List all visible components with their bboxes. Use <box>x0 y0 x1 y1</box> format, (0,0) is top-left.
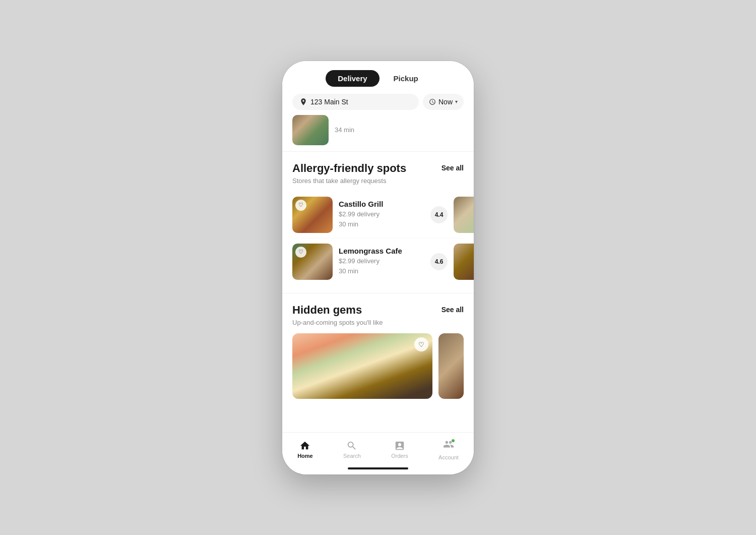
home-icon <box>299 440 310 451</box>
gems-section-subtitle: Up-and-coming spots you'll like <box>292 319 464 326</box>
sushi-image <box>292 115 329 145</box>
lemongrass-right-food-img <box>454 244 474 280</box>
orders-icon <box>394 440 405 451</box>
castillo-right-image <box>454 197 474 233</box>
nav-item-orders[interactable]: Orders <box>383 438 416 461</box>
allergy-section-header: Allergy-friendly spots See all <box>292 162 464 175</box>
castillo-heart-icon[interactable]: ♡ <box>295 200 306 211</box>
location-text: 123 Main St <box>310 98 348 106</box>
bottom-nav: Home Search Orders Account <box>282 432 474 464</box>
lemongrass-info: Lemongrass Cafe $2.99 delivery 30 min <box>339 247 424 277</box>
account-icon-wrap <box>443 439 454 453</box>
nav-item-search[interactable]: Search <box>335 438 369 461</box>
lemongrass-time: 30 min <box>339 266 424 277</box>
nav-label-home: Home <box>297 453 313 459</box>
top-partial-section: 34 min <box>282 115 474 152</box>
time-pill[interactable]: Now ▾ <box>423 94 464 110</box>
location-pin-icon <box>299 98 307 106</box>
restaurant-card-lemongrass[interactable]: ♡ Lemongrass Cafe $2.99 delivery 30 min … <box>292 239 464 285</box>
restaurant-card-castillo[interactable]: ♡ Castillo Grill $2.99 delivery 30 min 4… <box>292 192 464 239</box>
lemongrass-rating: 4.6 <box>430 253 448 270</box>
nav-label-search: Search <box>343 453 361 459</box>
delivery-tab[interactable]: Delivery <box>326 70 379 87</box>
home-indicator-bar <box>348 467 408 469</box>
lemongrass-image-wrap: ♡ <box>292 244 333 280</box>
home-indicator <box>282 464 474 474</box>
account-notification-dot <box>451 439 455 443</box>
time-text: Now <box>438 98 453 106</box>
scroll-content: 34 min Allergy-friendly spots See all St… <box>282 115 474 432</box>
castillo-time: 30 min <box>339 219 424 230</box>
gems-section-title: Hidden gems <box>292 304 362 317</box>
gem-card-main[interactable]: ♡ <box>292 333 432 399</box>
ramen-food-image <box>292 333 432 399</box>
gems-see-all[interactable]: See all <box>442 306 464 314</box>
gem-right-food-image <box>438 333 464 399</box>
pickup-tab[interactable]: Pickup <box>382 70 430 87</box>
allergy-see-all[interactable]: See all <box>442 164 464 172</box>
castillo-delivery: $2.99 delivery <box>339 209 424 220</box>
phone-shell: Delivery Pickup 123 Main St Now ▾ <box>282 61 474 474</box>
allergy-section-subtitle: Stores that take allergy requests <box>292 177 464 185</box>
lemongrass-delivery: $2.99 delivery <box>339 256 424 267</box>
search-icon <box>346 440 357 451</box>
tab-switcher: Delivery Pickup <box>292 70 464 87</box>
lemongrass-name: Lemongrass Cafe <box>339 247 424 255</box>
nav-label-account: Account <box>438 454 459 460</box>
nav-item-home[interactable]: Home <box>289 438 321 461</box>
castillo-right-food-img <box>454 197 474 233</box>
gems-section-header: Hidden gems See all <box>292 304 464 317</box>
gems-section: Hidden gems See all Up-and-coming spots … <box>282 293 474 399</box>
castillo-info: Castillo Grill $2.99 delivery 30 min <box>339 200 424 230</box>
clock-icon <box>429 98 436 105</box>
gems-cards-row: ♡ <box>292 333 464 399</box>
castillo-image-wrap: ♡ <box>292 197 333 233</box>
location-pill[interactable]: 123 Main St <box>292 94 419 110</box>
allergy-section: Allergy-friendly spots See all Stores th… <box>282 152 474 293</box>
header: Delivery Pickup 123 Main St Now ▾ <box>282 61 474 115</box>
lemongrass-right-image <box>454 244 474 280</box>
castillo-name: Castillo Grill <box>339 200 424 208</box>
location-row: 123 Main St Now ▾ <box>292 94 464 110</box>
allergy-section-title: Allergy-friendly spots <box>292 162 406 175</box>
partial-delivery-time: 34 min <box>335 126 354 134</box>
partial-food-image <box>292 115 329 145</box>
nav-label-orders: Orders <box>391 453 408 459</box>
castillo-rating: 4.4 <box>430 206 448 223</box>
gem-card-partial[interactable] <box>438 333 464 399</box>
nav-item-account[interactable]: Account <box>430 437 467 462</box>
chevron-down-icon: ▾ <box>455 99 458 104</box>
lemongrass-heart-icon[interactable]: ♡ <box>295 247 306 258</box>
